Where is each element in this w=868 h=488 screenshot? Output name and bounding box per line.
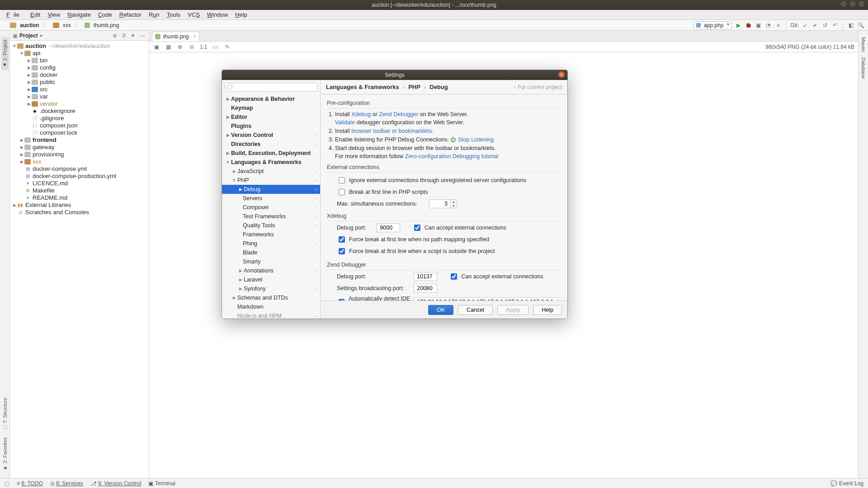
tree-node-root[interactable]: ▼auction~/deworker/edu/auction [10,42,149,50]
link-zend[interactable]: Zend Debugger [379,111,418,117]
tree-node[interactable]: ▶config [10,64,149,71]
minimize-icon[interactable] [841,1,846,7]
tree-node[interactable]: 📄composer.lock [10,129,149,136]
menu-file[interactable]: File [3,11,27,18]
tree-node[interactable]: ▶bin [10,57,149,64]
expand-icon[interactable]: ⇵ [121,33,127,39]
chk-force-outside[interactable] [339,248,345,254]
toolwindow-favorites[interactable]: ★ 2: Favorites [2,437,8,471]
menu-help[interactable]: Help [231,11,251,18]
status-terminal[interactable]: ▣ Terminal [148,480,175,487]
cancel-button[interactable]: Cancel [458,305,493,315]
settings-item[interactable]: Quality Tools▫ [222,221,320,230]
editor-tab-thumb[interactable]: thumb.png × [152,32,199,41]
settings-item[interactable]: Smarty▫ [222,257,320,266]
tree-node[interactable]: ◆.dockerignore [10,108,149,115]
pipette-icon[interactable]: ✎ [224,43,231,51]
link-tutorial[interactable]: Zero-configuration Debugging tutorial [405,153,498,160]
menu-tools[interactable]: Tools [163,11,184,18]
hide-icon[interactable]: — [139,33,146,39]
grid-icon[interactable]: ▦ [165,43,172,51]
link-xdebug[interactable]: Xdebug [351,111,371,117]
settings-item[interactable]: Composer▫ [222,203,320,212]
input-xdebug-port[interactable] [377,223,400,232]
tree-node[interactable]: ▤docker-compose.yml [10,165,149,173]
tree-node[interactable]: ▶docker [10,71,149,79]
tree-node[interactable]: ⚙Makefile [10,187,149,194]
tree-node[interactable]: ▤docker-compose-production.yml [10,173,149,180]
settings-item-debug[interactable]: ▶Debug▫ [222,185,320,194]
event-log[interactable]: Event Log [839,480,863,487]
menu-vcs[interactable]: VCS [184,11,203,18]
event-log-icon[interactable]: 💬 [830,480,837,487]
tree-node[interactable]: ▶var [10,93,149,100]
settings-cat[interactable]: Plugins [222,122,320,131]
menu-view[interactable]: View [44,11,64,18]
apply-button[interactable]: Apply [497,305,528,315]
input-zend-bcast[interactable] [414,284,437,293]
chk-xdebug-accept[interactable] [414,225,420,231]
vcs-update-icon[interactable]: ↙ [802,22,809,29]
maximize-icon[interactable] [850,1,855,7]
settings-cat[interactable]: Keymap [222,103,320,113]
settings-item[interactable]: ▶Schemas and DTDs▫ [222,293,320,302]
dialog-close-icon[interactable]: × [558,71,565,78]
close-icon[interactable] [859,1,864,7]
tree-node-api[interactable]: ▼api [10,50,149,57]
vcs-history-icon[interactable]: ↺ [821,22,829,29]
spinner-buttons[interactable]: ▲▼ [451,199,457,208]
status-todo[interactable]: ≡ 6: TODO [17,480,43,487]
input-ide-ip[interactable] [414,297,558,300]
tree-node-scratch[interactable]: ◎Scratches and Consoles [10,209,149,216]
status-vcs[interactable]: ⎇ 9: Version Control [90,480,142,487]
tree-node-external[interactable]: ▶▮▮External Libraries [10,202,149,209]
breadcrumb-root[interactable]: auction〉 [8,21,50,29]
profile-icon[interactable]: ◔ [764,22,772,29]
tree-node[interactable]: { }composer.json [10,122,149,129]
settings-item[interactable]: Test Frameworks▫ [222,212,320,221]
settings-cat[interactable]: ▼Languages & Frameworks [222,158,320,167]
toolwindow-project[interactable]: ■ 1: Project [1,37,9,70]
coverage-icon[interactable]: ▣ [755,22,762,29]
fit-icon[interactable]: ▣ [153,43,160,51]
close-tab-icon[interactable]: × [193,33,196,39]
link-validate[interactable]: Validate [335,119,355,126]
status-services[interactable]: ◎ 8: Services [50,480,83,487]
toolwindow-maven[interactable]: Maven [861,37,866,52]
toolwindow-database[interactable]: Database [861,57,866,79]
chk-zend-accept[interactable] [451,273,457,280]
checker-icon[interactable]: ▭ [212,43,219,51]
input-max-conn[interactable] [429,199,451,208]
settings-item-php[interactable]: ▼PHP▫ [222,176,320,185]
tree-node[interactable]: ▾LICENCE.md [10,180,149,187]
menu-window[interactable]: Window [203,11,231,18]
settings-cat[interactable]: ▶Appearance & Behavior [222,94,320,103]
menu-run[interactable]: Run [145,11,163,18]
tree-node[interactable]: ▶src [10,86,149,93]
vcs-revert-icon[interactable]: ↶ [831,22,839,29]
settings-item[interactable]: Frameworks▫ [222,230,320,239]
tree-node[interactable]: ▶provisioning [10,151,149,158]
menu-refactor[interactable]: Refactor [116,11,145,18]
run-icon[interactable]: ▶ [735,22,742,29]
stop-icon[interactable]: ■ [774,22,782,29]
project-tree[interactable]: ▼auction~/deworker/edu/auction ▼api ▶bin… [10,41,149,478]
settings-cat[interactable]: Directories▫ [222,140,320,149]
menu-navigate[interactable]: Navigate [64,11,94,18]
chk-force-nopath[interactable] [339,236,345,243]
settings-item[interactable]: ▶JavaScript▫ [222,167,320,176]
chk-break-first[interactable] [339,189,345,195]
input-zend-port[interactable] [414,272,437,281]
hide-toolwindows-icon[interactable]: ▢ [5,480,9,487]
settings-item[interactable]: ▶Symfony▫ [222,284,320,293]
vcs-commit-icon[interactable]: ✔ [811,22,819,29]
settings-item[interactable]: Servers▫ [222,194,320,203]
zoom-in-icon[interactable]: ⊕ [176,43,184,51]
settings-cat[interactable]: ▶Editor [222,113,320,122]
zoom-11[interactable]: 1:1 [200,44,208,50]
tree-node[interactable]: ▶frontend [10,136,149,144]
link-bookmarklets[interactable]: browser toolbar or bookmarklets. [351,128,434,134]
menu-code[interactable]: Code [94,11,116,18]
chk-ignore-unregistered[interactable] [339,177,345,183]
settings-search-input[interactable] [225,83,317,92]
